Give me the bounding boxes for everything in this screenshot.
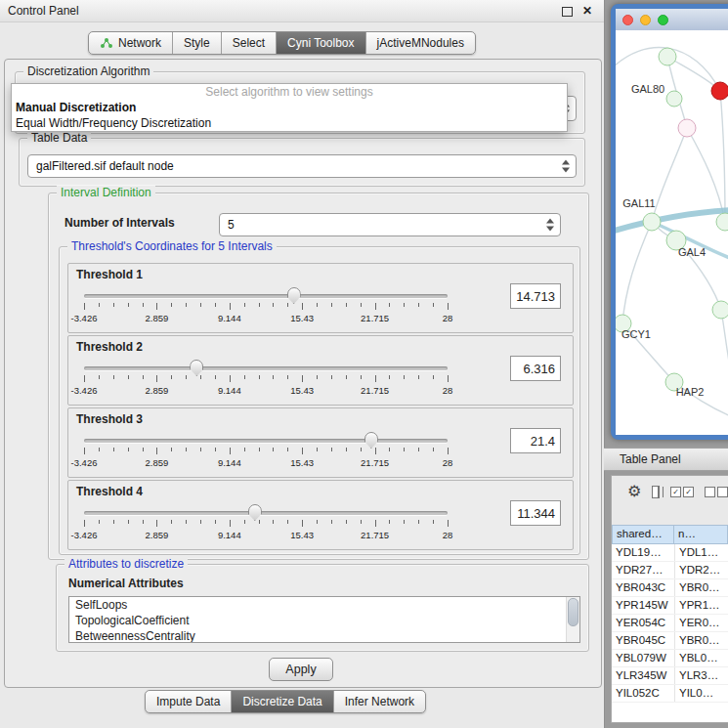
zoom-button[interactable] xyxy=(658,15,668,25)
tab-label: Style xyxy=(184,36,210,50)
node-label: HAP2 xyxy=(676,386,705,398)
checkbox-icon: ✓ xyxy=(670,487,681,497)
network-canvas[interactable]: GAL80 GAL11 GAL4 GCY1 HAP2 xyxy=(616,30,728,435)
dropdown-option-manual[interactable]: Manual Discretization xyxy=(12,100,567,115)
table-data-combobox[interactable]: galFiltered.sif default node xyxy=(27,154,577,178)
tab-select[interactable]: Select xyxy=(222,32,277,54)
table-row[interactable]: YER054CYER0… xyxy=(612,615,728,632)
close-window-icon[interactable]: ✕ xyxy=(582,4,592,18)
threshold-1-slider[interactable]: -3.4262.8599.14415.4321.71528 xyxy=(84,285,448,328)
threshold-label: Threshold 1 xyxy=(76,268,143,281)
scrollbar-thumb[interactable] xyxy=(568,598,578,626)
node[interactable] xyxy=(643,213,661,231)
dropdown-placeholder: Select algorithm to view settings xyxy=(12,84,567,100)
thresholds-group: Threshold's Coordinates for 5 Intervals … xyxy=(59,246,580,555)
tab-cyni-toolbox[interactable]: Cyni Toolbox xyxy=(277,32,365,54)
close-button[interactable] xyxy=(622,15,633,25)
dropdown-option-equal-width[interactable]: Equal Width/Frequency Discretization xyxy=(12,115,567,131)
scale-label: 15.43 xyxy=(290,385,314,396)
minimize-button[interactable] xyxy=(640,15,651,25)
thick-edge xyxy=(616,210,728,232)
slider-track[interactable] xyxy=(84,294,448,298)
selected-node[interactable] xyxy=(711,82,728,100)
float-window-icon[interactable] xyxy=(562,7,573,17)
scale-label: -3.426 xyxy=(71,530,98,540)
threshold-3-value-field[interactable]: 21.4 xyxy=(510,428,561,453)
scale-label: 9.144 xyxy=(218,385,241,396)
tab-discretize-data[interactable]: Discretize Data xyxy=(232,691,333,712)
slider-thumb[interactable] xyxy=(190,360,203,376)
table-cell: YBR0… xyxy=(674,579,728,596)
column-header-name[interactable]: n… xyxy=(674,525,728,544)
table-cell: YBL079W xyxy=(612,650,674,666)
numerical-attributes-list[interactable]: SelfLoopsTopologicalCoefficientBetweenne… xyxy=(68,596,580,643)
table-row[interactable]: YBL079WYBL0… xyxy=(612,650,728,667)
select-none-icon[interactable] xyxy=(705,487,728,497)
threshold-1-value-field[interactable]: 14.713 xyxy=(510,283,561,309)
tab-style[interactable]: Style xyxy=(173,32,222,54)
tab-infer-network[interactable]: Infer Network xyxy=(334,691,425,712)
slider-thumb[interactable] xyxy=(248,504,262,521)
threshold-2-slider[interactable]: -3.4262.8599.14415.4321.71528 xyxy=(84,358,448,401)
column-header-shared-name[interactable]: shared… xyxy=(612,525,674,544)
group-title: Table Data xyxy=(27,131,91,145)
node[interactable] xyxy=(678,119,696,137)
node[interactable] xyxy=(716,213,728,231)
table-row[interactable]: YIL052CYIL0… xyxy=(612,685,728,703)
slider-track[interactable] xyxy=(84,511,448,515)
node[interactable] xyxy=(666,91,682,107)
threshold-2-value-field[interactable]: 6.316 xyxy=(510,356,561,381)
table-panel: ⚙ ✓ ✓ shared… n… YDL19…YDL1…YDR27…YDR2…Y… xyxy=(611,475,728,723)
table-row[interactable]: YBR043CYBR0… xyxy=(612,579,728,597)
table-row[interactable]: YDL19…YDL1… xyxy=(612,544,728,562)
slider-track[interactable] xyxy=(84,366,448,370)
threshold-3-panel: Threshold 3 -3.4262.8599.14415.4321.7152… xyxy=(67,407,574,478)
threshold-3-slider[interactable]: -3.4262.8599.14415.4321.71528 xyxy=(84,430,448,473)
slider-thumb[interactable] xyxy=(364,432,378,449)
tab-jactivemnodules[interactable]: jActiveMNodules xyxy=(366,32,475,54)
slider-ticks xyxy=(84,303,448,311)
numerical-attribute-item[interactable]: BetweennessCentrality xyxy=(69,628,579,643)
network-window-titlebar[interactable] xyxy=(616,9,728,31)
table-cell: YER0… xyxy=(674,615,728,631)
num-intervals-combobox[interactable]: 5 xyxy=(219,213,561,236)
numerical-attribute-item[interactable]: SelfLoops xyxy=(69,597,579,613)
control-panel-window: Control Panel ✕ Network Style Select Cyn… xyxy=(0,0,605,728)
threshold-label: Threshold 3 xyxy=(76,412,143,426)
table-row[interactable]: YBR045CYBR0… xyxy=(612,632,728,650)
slider-ticks xyxy=(84,520,448,528)
slider-thumb[interactable] xyxy=(287,287,301,304)
settings-gear-icon[interactable]: ⚙ xyxy=(627,484,641,499)
control-panel-titlebar: Control Panel ✕ xyxy=(0,0,604,22)
apply-button[interactable]: Apply xyxy=(269,658,333,681)
attributes-scrollbar[interactable] xyxy=(566,597,579,642)
numerical-attribute-item[interactable]: TopologicalCoefficient xyxy=(69,613,579,628)
algorithm-dropdown-popup: Select algorithm to view settings Manual… xyxy=(11,83,568,132)
slider-scale-labels: -3.4262.8599.14415.4321.71528 xyxy=(84,385,448,396)
tab-label: Impute Data xyxy=(156,695,220,708)
num-intervals-label: Number of Intervals xyxy=(64,216,175,230)
table-toolbar: ⚙ ✓ ✓ xyxy=(612,476,728,507)
slider-track[interactable] xyxy=(84,439,448,443)
threshold-4-panel: Threshold 4 -3.4262.8599.14415.4321.7152… xyxy=(67,480,574,550)
table-rows[interactable]: YDL19…YDL1…YDR27…YDR2…YBR043CYBR0…YPR145… xyxy=(612,544,728,722)
node[interactable] xyxy=(712,301,728,319)
scale-label: 28 xyxy=(443,530,453,540)
tab-impute-data[interactable]: Impute Data xyxy=(146,691,232,712)
slider-scale-labels: -3.4262.8599.14415.4321.71528 xyxy=(84,457,448,468)
threshold-4-slider[interactable]: -3.4262.8599.14415.4321.71528 xyxy=(84,502,448,545)
scale-label: 15.43 xyxy=(290,313,314,323)
tab-network[interactable]: Network xyxy=(89,32,173,54)
threshold-4-value-field[interactable]: 11.344 xyxy=(510,500,561,526)
table-cell: YLR345W xyxy=(612,667,674,684)
combo-arrows-icon xyxy=(562,160,571,173)
scale-label: 15.43 xyxy=(290,530,314,540)
show-columns-icon[interactable] xyxy=(652,486,660,498)
table-row[interactable]: YPR145WYPR1… xyxy=(612,597,728,615)
node[interactable] xyxy=(659,48,676,65)
table-row[interactable]: YDR27…YDR2… xyxy=(612,562,728,579)
table-row[interactable]: YLR345WYLR3… xyxy=(612,667,728,685)
select-all-icon[interactable]: ✓ ✓ xyxy=(670,487,694,497)
table-cell: YBL0… xyxy=(674,650,728,666)
scale-label: 2.859 xyxy=(146,530,169,540)
